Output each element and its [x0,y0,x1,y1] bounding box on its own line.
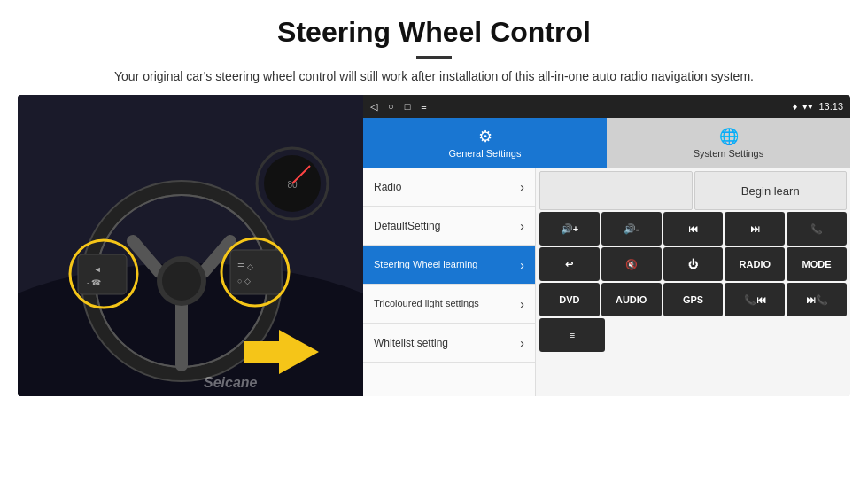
svg-text:-  ☎: - ☎ [87,278,102,287]
audio-button[interactable]: AUDIO [601,283,662,316]
page-wrapper: Steering Wheel Control Your original car… [0,0,868,423]
gps-button[interactable]: GPS [663,283,724,316]
menu-arrow-radio: › [520,180,524,194]
menu-item-whitelist-label: Whitelist setting [374,337,448,349]
menu-item-tricoloured-label: Tricoloured light settings [374,297,479,309]
general-settings-icon: ⚙ [478,127,492,146]
menu-right: Begin learn 🔊+ 🔊- ⏮ [536,168,850,396]
dvd-button[interactable]: DVD [539,283,600,316]
location-icon: ♦ [793,101,798,112]
control-row-3: DVD AUDIO GPS 📞⏮ ⏭📞 [539,283,847,316]
svg-point-10 [162,262,201,301]
home-nav-icon[interactable]: ○ [388,101,394,112]
prev-track-icon: ⏮ [688,223,698,234]
vol-down-button[interactable]: 🔊- [601,212,662,246]
menu-arrow-default: › [520,219,524,233]
phone-button[interactable]: 📞 [787,212,847,246]
hangup-button[interactable]: ↩ [539,247,600,281]
page-subtitle: Your original car's steering wheel contr… [35,67,833,86]
last-row: ≡ [539,318,847,352]
menu-item-tricoloured[interactable]: Tricoloured light settings › [363,285,535,324]
next-track-icon: ⏭ [750,223,760,234]
svg-text:Seicane: Seicane [204,375,258,390]
mute-button[interactable]: 🔇 [601,247,662,281]
header: Steering Wheel Control Your original car… [0,0,868,95]
content-area: 80 [0,95,868,423]
svg-text:☰  ◇: ☰ ◇ [237,262,253,271]
list-icon: ≡ [570,330,575,340]
menu-item-steering-label: Steering Wheel learning [374,258,477,270]
menu-arrow-whitelist: › [520,336,524,350]
vol-up-button[interactable]: 🔊+ [539,212,600,246]
divider [416,56,452,59]
system-settings-icon: 🌐 [719,127,739,146]
menu-arrow-steering: › [520,258,524,272]
svg-text:○  ◇: ○ ◇ [237,277,251,285]
menu-item-radio-label: Radio [374,181,401,193]
begin-learn-button[interactable]: Begin learn [694,171,848,210]
menu-extra-button[interactable]: ≡ [539,318,605,352]
call-next-button[interactable]: ⏭📞 [787,283,847,316]
page-title: Steering Wheel Control [35,16,833,49]
recents-nav-icon[interactable]: □ [405,101,411,112]
time-display: 13:13 [818,101,843,112]
call-prev-button[interactable]: 📞⏮ [725,283,785,316]
call-next-icon: ⏭📞 [806,294,828,306]
mode-label: MODE [802,259,832,269]
mode-button[interactable]: MODE [787,247,847,281]
top-row: Begin learn [539,171,847,210]
power-icon: ⏻ [688,259,698,269]
vol-up-icon: 🔊+ [561,223,578,235]
tab-system[interactable]: 🌐 System Settings [607,118,850,168]
menu-list: Radio › DefaultSetting › Steering Wheel … [363,168,850,396]
tab-bar: ⚙ General Settings 🌐 System Settings [363,118,850,168]
control-row-2: ↩ 🔇 ⏻ RADIO MODE [539,247,847,281]
svg-text:+  ◄: + ◄ [87,265,102,274]
menu-item-radio[interactable]: Radio › [363,168,535,207]
android-ui: ◁ ○ □ ≡ ♦ ▾▾ 13:13 ⚙ General Settings [363,95,850,396]
status-bar-right: ♦ ▾▾ 13:13 [793,101,843,113]
menu-item-default[interactable]: DefaultSetting › [363,207,535,246]
menu-item-steering[interactable]: Steering Wheel learning › [363,246,535,285]
status-bar: ◁ ○ □ ≡ ♦ ▾▾ 13:13 [363,95,850,118]
menu-nav-icon[interactable]: ≡ [421,101,426,112]
next-track-button[interactable]: ⏭ [725,212,785,246]
status-bar-left: ◁ ○ □ ≡ [370,101,427,113]
prev-track-button[interactable]: ⏮ [663,212,724,246]
car-image: 80 [18,95,363,396]
radio-label: RADIO [740,259,771,269]
menu-arrow-tricoloured: › [520,297,524,311]
radio-button[interactable]: RADIO [725,247,785,281]
hangup-icon: ↩ [565,259,573,270]
svg-rect-20 [244,341,281,363]
tab-general[interactable]: ⚙ General Settings [363,118,607,168]
svg-text:80: 80 [287,180,298,190]
signal-icon: ▾▾ [802,101,813,113]
call-prev-icon: 📞⏮ [744,294,766,306]
vol-down-icon: 🔊- [624,223,639,235]
svg-rect-14 [230,250,282,294]
tab-system-label: System Settings [694,148,763,159]
menu-item-default-label: DefaultSetting [374,220,440,232]
power-button[interactable]: ⏻ [663,247,724,281]
mute-icon: 🔇 [625,259,638,270]
tab-general-label: General Settings [449,148,522,159]
svg-rect-11 [78,254,127,294]
gps-label: GPS [683,294,703,305]
control-row-1: 🔊+ 🔊- ⏮ ⏭ 📞 [539,212,847,246]
menu-item-whitelist[interactable]: Whitelist setting › [363,324,535,363]
empty-input-box [539,171,693,210]
phone-icon: 📞 [810,223,823,235]
back-nav-icon[interactable]: ◁ [370,101,377,113]
audio-label: AUDIO [616,294,647,305]
menu-left: Radio › DefaultSetting › Steering Wheel … [363,168,536,396]
dvd-label: DVD [559,294,579,305]
